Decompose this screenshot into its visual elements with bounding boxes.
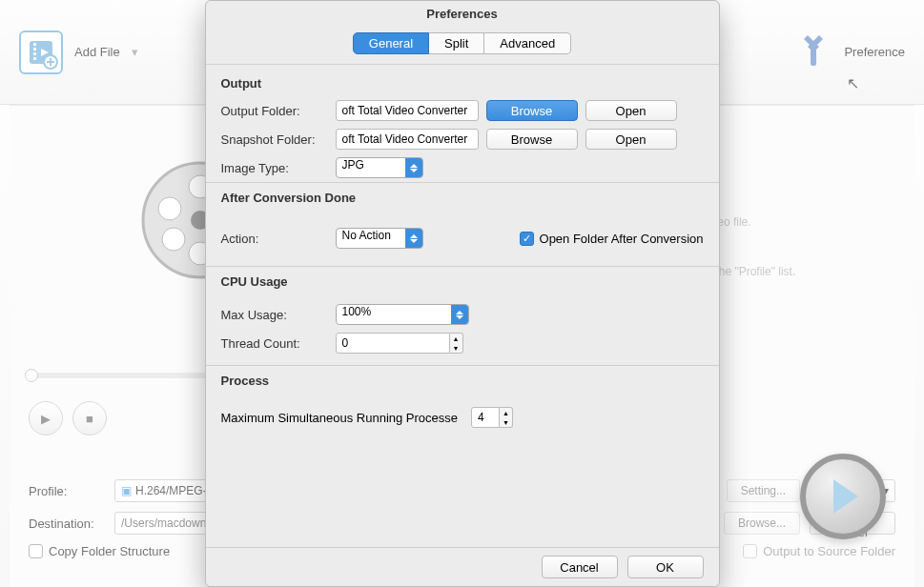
max-process-stepper[interactable]: ▲▼ <box>471 407 513 428</box>
chevron-updown-icon <box>405 229 422 248</box>
section-process: Process <box>206 365 719 394</box>
image-type-label: Image Type: <box>221 161 328 175</box>
checkbox-checked-icon: ✓ <box>520 232 534 246</box>
section-after: After Conversion Done <box>206 182 719 211</box>
dialog-title: Preferences <box>206 1 719 27</box>
output-open-button[interactable]: Open <box>585 100 677 121</box>
chevron-updown-icon <box>451 305 468 324</box>
output-folder-input[interactable] <box>336 100 479 121</box>
ok-button[interactable]: OK <box>627 556 704 578</box>
max-process-input[interactable] <box>471 407 500 428</box>
max-usage-select[interactable]: 100% <box>336 304 469 325</box>
cancel-button[interactable]: Cancel <box>542 556 618 578</box>
tabs: General Split Advanced <box>206 32 719 54</box>
output-browse-button[interactable]: Browse <box>486 100 578 121</box>
output-folder-label: Output Folder: <box>221 104 328 118</box>
thread-count-stepper[interactable]: ▲▼ <box>336 333 463 354</box>
snapshot-open-button[interactable]: Open <box>585 129 677 150</box>
preferences-dialog: Preferences General Split Advanced Outpu… <box>205 0 720 587</box>
section-output: Output <box>206 69 719 96</box>
thread-count-input[interactable] <box>336 333 450 354</box>
image-type-select[interactable]: JPG <box>336 157 423 178</box>
max-usage-label: Max Usage: <box>221 308 328 322</box>
thread-count-label: Thread Count: <box>221 336 328 351</box>
action-select[interactable]: No Action <box>336 228 423 249</box>
open-folder-after-checkbox[interactable]: ✓ Open Folder After Conversion <box>520 232 704 246</box>
section-cpu: CPU Usage <box>206 266 719 294</box>
stepper-buttons[interactable]: ▲▼ <box>450 333 463 354</box>
snapshot-folder-input[interactable] <box>336 129 479 150</box>
stepper-buttons[interactable]: ▲▼ <box>500 407 513 428</box>
snapshot-browse-button[interactable]: Browse <box>486 129 578 150</box>
chevron-updown-icon <box>405 158 422 177</box>
max-process-label: Maximum Simultaneous Running Processe <box>221 411 459 425</box>
tab-split[interactable]: Split <box>429 32 484 54</box>
dialog-footer: Cancel OK <box>206 547 719 586</box>
action-label: Action: <box>221 232 328 246</box>
dialog-body: Output Output Folder: Browse Open Snapsh… <box>206 64 719 547</box>
snapshot-folder-label: Snapshot Folder: <box>221 132 328 147</box>
tab-general[interactable]: General <box>353 32 429 54</box>
tab-advanced[interactable]: Advanced <box>484 32 571 54</box>
